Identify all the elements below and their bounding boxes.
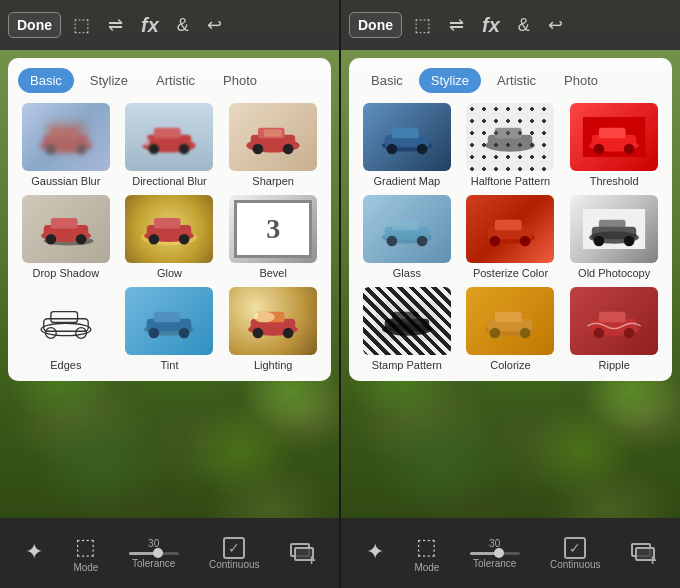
layers-tool-left[interactable]: + xyxy=(290,541,314,565)
effect-gradient-map[interactable]: Gradient Map xyxy=(359,103,455,187)
thumb-glow xyxy=(125,195,213,263)
effect-directional-blur[interactable]: Directional Blur xyxy=(122,103,218,187)
effects-grid-left: Gaussian Blur Directional Blur xyxy=(18,103,321,371)
mode-tool-left[interactable]: ⬚ Mode xyxy=(73,534,98,573)
label-lighting: Lighting xyxy=(254,359,293,371)
svg-point-38 xyxy=(179,328,190,339)
and-icon-left[interactable]: & xyxy=(171,11,195,40)
sliders-icon-right[interactable]: ⇌ xyxy=(443,10,470,40)
effect-colorize[interactable]: Colorize xyxy=(463,287,559,371)
effect-threshold[interactable]: Threshold xyxy=(566,103,662,187)
effect-edges[interactable]: Edges xyxy=(18,287,114,371)
undo-icon-left[interactable]: ↩ xyxy=(201,10,228,40)
svg-point-22 xyxy=(76,234,87,245)
svg-point-8 xyxy=(149,144,160,155)
svg-rect-26 xyxy=(154,218,181,229)
effect-tint[interactable]: Tint xyxy=(122,287,218,371)
continuous-tool-left[interactable]: ✓ Continuous xyxy=(209,537,260,570)
fx-icon-right[interactable]: fx xyxy=(476,10,506,41)
wand-tool-right[interactable]: ✦ xyxy=(366,539,384,567)
effect-stamp[interactable]: Stamp Pattern xyxy=(359,287,455,371)
tab-basic-right[interactable]: Basic xyxy=(359,68,415,93)
svg-rect-7 xyxy=(154,128,181,139)
tab-photo-right[interactable]: Photo xyxy=(552,68,610,93)
mode-label-right: Mode xyxy=(414,562,439,573)
sliders-icon-left[interactable]: ⇌ xyxy=(102,10,129,40)
svg-point-74 xyxy=(624,236,635,247)
right-panel: Done ⬚ ⇌ fx & ↩ Basic Stylize Artistic P… xyxy=(341,0,680,588)
svg-point-15 xyxy=(283,144,294,155)
thumb-drop-shadow xyxy=(22,195,110,263)
tolerance-tool-left[interactable]: 30 Tolerance xyxy=(129,538,179,569)
svg-point-37 xyxy=(149,328,160,339)
continuous-label-left: Continuous xyxy=(209,559,260,570)
label-glow: Glow xyxy=(157,267,182,279)
svg-point-44 xyxy=(254,312,275,323)
svg-point-87 xyxy=(594,328,605,339)
label-sharpen: Sharpen xyxy=(252,175,294,187)
svg-rect-56 xyxy=(599,128,626,139)
effect-halftone[interactable]: Halftone Pattern xyxy=(463,103,559,187)
label-ripple: Ripple xyxy=(599,359,630,371)
tab-stylize-left[interactable]: Stylize xyxy=(78,68,140,93)
svg-point-83 xyxy=(520,328,531,339)
selection-mode-icon-right: ⬚ xyxy=(416,534,437,560)
svg-point-57 xyxy=(594,144,605,155)
thumb-gradient-map xyxy=(363,103,451,171)
svg-point-0 xyxy=(39,138,92,152)
tab-artistic-left[interactable]: Artistic xyxy=(144,68,207,93)
thumb-edges xyxy=(22,287,110,355)
label-stamp: Stamp Pattern xyxy=(372,359,442,371)
effect-drop-shadow[interactable]: Drop Shadow xyxy=(18,195,114,279)
svg-rect-16 xyxy=(264,129,282,136)
selection-icon-left[interactable]: ⬚ xyxy=(67,10,96,40)
tab-basic-left[interactable]: Basic xyxy=(18,68,74,93)
svg-point-82 xyxy=(490,328,501,339)
done-button-left[interactable]: Done xyxy=(8,12,61,38)
fx-icon-left[interactable]: fx xyxy=(135,10,165,41)
effect-posterize[interactable]: Posterize Color xyxy=(463,195,559,279)
tolerance-label-right: Tolerance xyxy=(473,558,516,569)
svg-point-29 xyxy=(41,323,91,335)
effect-glass[interactable]: Glass xyxy=(359,195,455,279)
label-threshold: Threshold xyxy=(590,175,639,187)
tolerance-tool-right[interactable]: 30 Tolerance xyxy=(470,538,520,569)
wand-icon-right: ✦ xyxy=(366,539,384,565)
effect-lighting[interactable]: Lighting xyxy=(225,287,321,371)
top-bar-left: Done ⬚ ⇌ fx & ↩ xyxy=(0,0,339,50)
thumb-lighting xyxy=(229,287,317,355)
effect-old-photocopy[interactable]: Old Photocopy xyxy=(566,195,662,279)
and-icon-right[interactable]: & xyxy=(512,11,536,40)
mode-tool-right[interactable]: ⬚ Mode xyxy=(414,534,439,573)
svg-rect-52 xyxy=(495,128,522,139)
effect-glow[interactable]: Glow xyxy=(122,195,218,279)
filters-panel-right: Basic Stylize Artistic Photo Gradient Ma… xyxy=(349,58,672,381)
svg-rect-66 xyxy=(495,220,522,231)
selection-icon-right[interactable]: ⬚ xyxy=(408,10,437,40)
svg-point-73 xyxy=(594,236,605,247)
effect-gaussian-blur[interactable]: Gaussian Blur xyxy=(18,103,114,187)
continuous-tool-right[interactable]: ✓ Continuous xyxy=(550,537,601,570)
tab-artistic-right[interactable]: Artistic xyxy=(485,68,548,93)
thumb-directional-blur xyxy=(125,103,213,171)
svg-point-21 xyxy=(45,234,56,245)
thumb-ripple xyxy=(570,287,658,355)
effect-bevel[interactable]: 3 Bevel xyxy=(225,195,321,279)
wand-tool-left[interactable]: ✦ xyxy=(25,539,43,567)
svg-point-63 xyxy=(417,236,428,247)
undo-icon-right[interactable]: ↩ xyxy=(542,10,569,40)
wand-icon-left: ✦ xyxy=(25,539,43,565)
svg-rect-78 xyxy=(392,312,419,323)
effect-sharpen[interactable]: Sharpen xyxy=(225,103,321,187)
layers-tool-right[interactable]: + xyxy=(631,541,655,565)
svg-rect-36 xyxy=(154,312,181,323)
svg-rect-31 xyxy=(51,312,78,323)
done-button-right[interactable]: Done xyxy=(349,12,402,38)
svg-point-28 xyxy=(179,234,190,245)
tab-stylize-right[interactable]: Stylize xyxy=(419,68,481,93)
tabs-left: Basic Stylize Artistic Photo xyxy=(18,68,321,93)
label-halftone: Halftone Pattern xyxy=(471,175,551,187)
tab-photo-left[interactable]: Photo xyxy=(211,68,269,93)
effect-ripple[interactable]: Ripple xyxy=(566,287,662,371)
tolerance-label-left: Tolerance xyxy=(132,558,175,569)
